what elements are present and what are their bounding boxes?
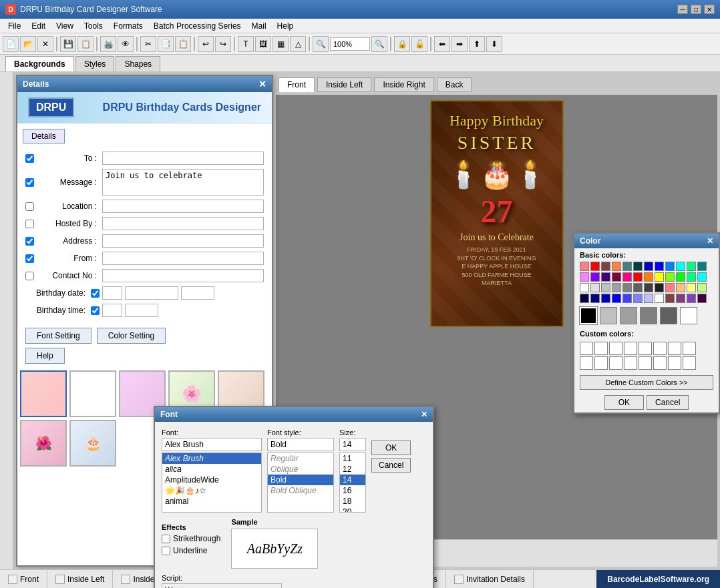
color-swatch[interactable] [660, 307, 677, 324]
zoom-out-button[interactable]: 🔍 [313, 36, 329, 52]
custom-swatch-2[interactable] [594, 342, 608, 355]
color-swatch[interactable] [590, 262, 600, 271]
font-list-item-animal[interactable]: animal [162, 496, 261, 507]
color-swatch[interactable] [633, 262, 643, 271]
color-swatch[interactable] [655, 283, 664, 292]
thumb-6[interactable]: 🌺 [20, 420, 67, 467]
color-swatch[interactable] [601, 272, 610, 282]
color-swatch[interactable] [580, 272, 589, 282]
birthday-date-day[interactable]: 19 [102, 286, 122, 300]
menu-view[interactable]: View [51, 20, 79, 32]
custom-swatch-3[interactable] [609, 342, 622, 355]
font-dialog-close[interactable]: ✕ [421, 410, 427, 419]
font-size-list[interactable]: 11 12 14 16 18 20 22 [339, 453, 366, 513]
custom-swatch-14[interactable] [653, 356, 667, 370]
strikethrough-checkbox[interactable] [162, 535, 170, 543]
custom-swatch-15[interactable] [668, 356, 681, 370]
current-color-swatch[interactable] [600, 307, 617, 324]
menu-help[interactable]: Help [272, 20, 299, 32]
color-swatch[interactable] [612, 262, 621, 271]
cut-button[interactable]: ✂ [140, 36, 156, 52]
new-button[interactable]: 📄 [3, 36, 19, 52]
custom-swatch-11[interactable] [609, 356, 622, 370]
tab-shapes[interactable]: Shapes [116, 56, 160, 71]
status-tab-front[interactable]: Front [0, 570, 47, 588]
color-swatch[interactable] [622, 294, 632, 303]
status-tab-inside-left[interactable]: Inside Left [47, 570, 113, 588]
custom-swatch-7[interactable] [668, 342, 681, 355]
font-style-input[interactable] [267, 438, 334, 451]
color-swatch[interactable] [697, 283, 707, 292]
from-input[interactable]: Marietta [102, 252, 264, 265]
color-swatch[interactable] [633, 283, 643, 292]
custom-swatch-16[interactable] [683, 356, 696, 370]
color-swatch[interactable] [580, 262, 589, 271]
close-button[interactable]: ✕ [704, 5, 715, 14]
color-swatch[interactable] [644, 262, 653, 271]
font-list-item-alica[interactable]: alica [162, 464, 261, 475]
color-swatch[interactable] [665, 283, 675, 292]
style-bold-oblique[interactable]: Bold Oblique [268, 485, 333, 496]
color-swatch[interactable] [676, 283, 685, 292]
color-swatch[interactable] [676, 272, 685, 282]
text-button[interactable]: T [238, 36, 254, 52]
color-swatch[interactable] [622, 262, 632, 271]
align-right-button[interactable]: ➡ [452, 36, 468, 52]
custom-swatch-13[interactable] [639, 356, 652, 370]
redo-button[interactable]: ↪ [215, 36, 231, 52]
thumb-1[interactable] [20, 370, 67, 417]
color-swatch[interactable] [665, 262, 675, 271]
to-checkbox[interactable] [25, 154, 34, 163]
custom-swatch-6[interactable] [653, 342, 667, 355]
hosted-checkbox[interactable] [25, 220, 34, 228]
image-button[interactable]: 🖼 [255, 36, 271, 52]
zoom-in-button[interactable]: 🔍 [371, 36, 387, 52]
undo-button[interactable]: ↩ [198, 36, 214, 52]
custom-swatch-5[interactable] [639, 342, 652, 355]
color-cancel-button[interactable]: Cancel [647, 395, 689, 410]
contact-checkbox[interactable] [25, 272, 34, 280]
font-list-item-amplitude[interactable]: AmplitudeWide [162, 475, 261, 485]
color-swatch[interactable] [655, 272, 664, 282]
color-swatch[interactable] [687, 272, 696, 282]
open-button[interactable]: 📂 [20, 36, 36, 52]
font-ok-button[interactable]: OK [371, 440, 411, 455]
color-swatch[interactable] [655, 294, 664, 303]
color-swatch[interactable] [676, 294, 685, 303]
color-swatch[interactable] [644, 294, 653, 303]
details-tab-button[interactable]: Details [23, 129, 65, 143]
color-setting-button[interactable]: Color Setting [97, 328, 166, 344]
color-swatch[interactable] [612, 294, 621, 303]
menu-tools[interactable]: Tools [79, 20, 108, 32]
shape-button[interactable]: △ [290, 36, 306, 52]
to-input[interactable]: Sister [102, 152, 264, 165]
color-swatch[interactable] [633, 272, 643, 282]
size-11[interactable]: 11 [340, 453, 365, 464]
custom-swatch-8[interactable] [683, 342, 696, 355]
style-oblique[interactable]: Oblique [268, 464, 333, 475]
color-swatch[interactable] [601, 262, 610, 271]
custom-swatch-10[interactable] [594, 356, 608, 370]
color-swatch[interactable] [644, 283, 653, 292]
color-swatch[interactable] [590, 272, 600, 282]
close-doc-button[interactable]: ✕ [37, 36, 53, 52]
contact-input[interactable] [102, 269, 264, 282]
location-checkbox[interactable] [25, 202, 34, 211]
birthday-date-year[interactable]: 2021 [181, 286, 214, 300]
color-swatch[interactable] [697, 262, 707, 271]
color-swatch[interactable] [601, 283, 610, 292]
panel-close-button[interactable]: ✕ [258, 79, 266, 89]
move-up-button[interactable]: ⬆ [469, 36, 485, 52]
script-select[interactable]: Western [162, 583, 282, 588]
message-textarea[interactable]: Join us to celebrate [102, 169, 264, 196]
font-style-list[interactable]: Regular Oblique Bold Bold Oblique [267, 453, 334, 513]
status-tab-invitation[interactable]: Invitation Details [446, 570, 534, 588]
size-12[interactable]: 12 [340, 464, 365, 475]
address-input[interactable]: The Happy Apple House [102, 234, 264, 248]
color-swatch[interactable] [665, 272, 675, 282]
saveas-button[interactable]: 📋 [77, 36, 94, 52]
custom-swatch-4[interactable] [624, 342, 637, 355]
font-list-item-alexbrush[interactable]: Alex Brush [162, 453, 261, 464]
tab-backgrounds[interactable]: Backgrounds [5, 56, 74, 71]
color-swatch[interactable] [590, 283, 600, 292]
